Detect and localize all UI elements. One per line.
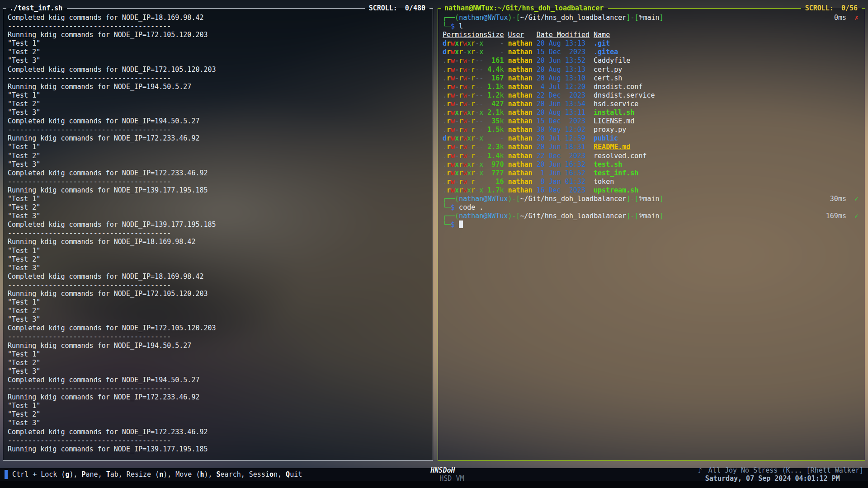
file-row: .rwxrwxr-x2.1knathan20 Aug 13:11install.… <box>443 108 865 117</box>
prompt-git-branch: main <box>643 14 660 22</box>
command-line[interactable]: └─$ <box>443 221 865 229</box>
status-bar: Ctrl + Lock (g), Pane, Tab, Resize (n), … <box>0 468 868 488</box>
file-owner: nathan <box>508 169 532 178</box>
right-pane-shell[interactable]: ┌──(nathan@NWTux)-[~/Git/hns_doh_loadbal… <box>438 8 865 229</box>
command-duration-badge: 0ms✗ <box>834 14 865 22</box>
text-cursor[interactable] <box>459 221 463 228</box>
file-date-modified: 16 Dec 2023 <box>537 186 590 195</box>
prompt-frame: ┌──( <box>443 212 459 221</box>
file-permissions: .rwxrwxr-x <box>443 108 487 117</box>
file-permissions: .rw-rw-r-- <box>443 91 487 100</box>
terminal-output-line: "Test 1" <box>8 195 433 203</box>
git-branch-icon <box>639 14 643 22</box>
terminal-output-line: "Test 1" <box>8 402 433 410</box>
git-branch-icon <box>639 195 643 203</box>
file-date-modified: 20 Aug 13:13 <box>537 39 590 48</box>
file-size: 1.1k <box>487 83 504 91</box>
file-name: LICENSE.md <box>594 117 634 126</box>
terminal-output-line: "Test 1" <box>8 143 433 151</box>
tab-name[interactable]: HSD VM <box>439 474 464 483</box>
command-line: └─$ l <box>443 22 865 31</box>
desktop: ./test_inf.sh SCROLL:0/480 Completed kdi… <box>0 0 868 488</box>
left-pane-border-segment <box>429 8 433 9</box>
file-name: .git <box>594 39 610 48</box>
file-owner: nathan <box>508 117 532 126</box>
file-name: .gitea <box>594 48 618 56</box>
file-size: 35k <box>487 117 504 126</box>
clock: Saturday, 07 Sep 2024 04:01:12 PM <box>705 474 840 483</box>
file-size: 1.7k <box>487 186 504 195</box>
terminal-output-line: Completed kdig commands for NODE_IP=172.… <box>8 66 433 74</box>
file-row: .rw-rw-r--1.4knathan22 Dec 2023resolved.… <box>443 152 865 160</box>
elapsed-time: 169ms <box>826 212 846 220</box>
file-name: resolved.conf <box>594 152 646 160</box>
file-date-modified: 20 Jun 18:31 <box>537 143 590 151</box>
file-name: Caddyfile <box>594 56 630 65</box>
terminal-output-line: Completed kdig commands for NODE_IP=194.… <box>8 376 433 385</box>
file-owner: nathan <box>508 74 532 83</box>
file-size: 2.1k <box>487 108 504 117</box>
left-pane-scroll-indicator: SCROLL:0/480 <box>365 3 429 13</box>
left-pane-border-segment <box>3 8 6 9</box>
file-owner: nathan <box>508 186 532 195</box>
shortcut-key: S <box>217 470 221 479</box>
file-row: .rw-rw-r--427nathan20 Jun 13:54hsd.servi… <box>443 100 865 108</box>
file-permissions: drwxr-xr-x <box>443 48 487 56</box>
prompt-path: ~/Git/hns_doh_loadbalancer <box>520 212 627 221</box>
file-date-modified: 20 Aug 13:13 <box>537 66 590 74</box>
hint-text: ), Move ( <box>163 470 200 479</box>
file-permissions: .rw-rw-r-- <box>443 143 487 151</box>
terminal-output-line: ---------------------------------------- <box>8 385 433 393</box>
terminal-output-line: "Test 3" <box>8 212 433 221</box>
pane-test-inf-script[interactable]: ./test_inf.sh SCROLL:0/480 Completed kdi… <box>3 8 433 461</box>
file-name: test.sh <box>594 160 622 169</box>
elapsed-time: 0ms <box>834 14 846 22</box>
git-branch-icon <box>639 212 643 221</box>
file-row: .rw-rw-r--1.2knathan22 Dec 2023dnsdist.s… <box>443 91 865 100</box>
terminal-output-line: "Test 2" <box>8 48 433 56</box>
terminal-output-line: "Test 2" <box>8 307 433 315</box>
prompt-frame: ┌──( <box>443 14 459 22</box>
terminal-output-line: "Test 3" <box>8 56 433 65</box>
file-date-modified: 20 Jul 12:59 <box>537 134 590 143</box>
file-size: 1.5k <box>487 126 504 134</box>
typed-command: l <box>455 22 463 31</box>
terminal-output-line: "Test 2" <box>8 100 433 108</box>
terminal-output-line: Completed kdig commands for NODE_IP=172.… <box>8 169 433 178</box>
file-row: .rw-rw-r--1.5knathan30 May 12:02proxy.py <box>443 126 865 134</box>
status-bar-row: Ctrl + Lock (g), Pane, Tab, Resize (n), … <box>0 468 868 481</box>
keybinding-hints: Ctrl + Lock (g), Pane, Tab, Resize (n), … <box>12 470 302 479</box>
terminal-output-line: "Test 1" <box>8 39 433 48</box>
file-permissions: .rw-rw-r-- <box>443 178 487 186</box>
terminal-output-line: Completed kdig commands for NODE_IP=18.1… <box>8 14 433 22</box>
prompt-frame: ] <box>660 212 664 221</box>
prompt-user-host: nathan@NWTux <box>459 212 508 221</box>
terminal-output-line: "Test 1" <box>8 91 433 100</box>
shortcut-key: Q <box>286 470 290 479</box>
pane-area: ./test_inf.sh SCROLL:0/480 Completed kdi… <box>0 0 868 461</box>
now-playing: All Joy No Stress (K... [Rhett Walker] <box>708 466 863 474</box>
file-row: drwxrwxr-x-nathan20 Jul 12:59public <box>443 134 865 143</box>
shortcut-key: T <box>106 470 110 479</box>
hint-text: earch, Sessi <box>221 470 269 479</box>
file-size: 16 <box>487 178 504 186</box>
file-row: .rwxrwxr-x970nathan20 Jun 16:32test.sh <box>443 160 865 169</box>
file-date-modified: 30 May 12:02 <box>537 126 590 134</box>
file-name: test_inf.sh <box>594 169 638 178</box>
right-pane-border-segment <box>862 8 865 9</box>
terminal-output-line: Completed kdig commands for NODE_IP=172.… <box>8 324 433 333</box>
right-scroll-label: SCROLL: <box>805 4 834 12</box>
terminal-output-line: "Test 3" <box>8 160 433 169</box>
file-date-modified: 20 Aug 13:11 <box>537 108 590 117</box>
right-pane-border-line <box>608 8 801 9</box>
file-row: .rw-rw-r--1.1knathan 4 Jul 12:20dnsdist.… <box>443 83 865 91</box>
pane-shell[interactable]: nathan@NWTux:~/Git/hns_doh_loadbalancer … <box>438 8 865 461</box>
terminal-output-line: ---------------------------------------- <box>8 281 433 290</box>
hint-text: ane, <box>86 470 106 479</box>
file-date-modified: 20 Jun 13:54 <box>537 100 590 108</box>
file-row: .rwxrwxr-x1.7knathan16 Dec 2023upstream.… <box>443 186 865 195</box>
terminal-output-line: ---------------------------------------- <box>8 74 433 83</box>
prompt-dollar: $ <box>451 203 455 212</box>
file-owner: nathan <box>508 134 532 143</box>
shortcut-key: P <box>82 470 86 479</box>
